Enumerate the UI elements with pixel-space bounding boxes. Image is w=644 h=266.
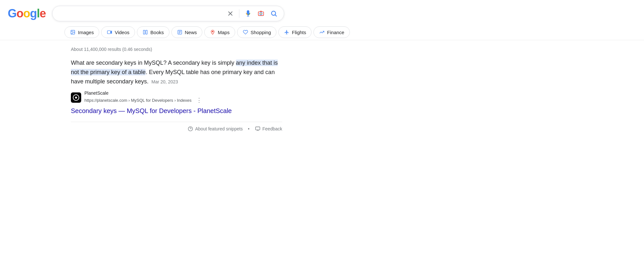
snippet-footer: About featured snippets • Feedback (71, 122, 282, 132)
google-logo: Google (8, 7, 46, 20)
news-icon (177, 29, 183, 35)
svg-line-8 (275, 15, 276, 16)
logo-letter-o2: o (23, 7, 30, 20)
camera-icon (257, 10, 264, 17)
image-icon (70, 29, 76, 35)
tab-finance[interactable]: Finance (313, 26, 350, 38)
microphone-icon (245, 10, 252, 17)
books-icon (142, 29, 148, 35)
nav-tabs: Images Videos Books New (0, 24, 644, 40)
close-icon (227, 10, 234, 17)
source-row: PlanetScale https://planetscale.com › My… (71, 90, 282, 104)
svg-point-10 (72, 31, 72, 32)
more-options-button[interactable]: ⋮ (194, 96, 204, 104)
main-content: About 11,400,000 results (0.46 seconds) … (0, 40, 290, 143)
clear-button[interactable] (226, 9, 235, 18)
search-button[interactable] (270, 9, 278, 18)
featured-snippet: What are secondary keys in MySQL? A seco… (71, 58, 282, 132)
logo-letter-g: G (8, 7, 16, 20)
snippet-text-before: What are secondary keys in MySQL? A seco… (71, 60, 236, 66)
tab-shopping[interactable]: Shopping (237, 26, 276, 38)
svg-rect-13 (146, 30, 147, 34)
feedback-icon (255, 126, 261, 132)
feedback-button[interactable]: Feedback (255, 126, 282, 132)
logo-letter-e: e (40, 7, 46, 20)
logo-letter-l: l (37, 7, 40, 20)
source-url: https://planetscale.com › MySQL for Deve… (84, 96, 204, 104)
svg-rect-21 (255, 127, 260, 130)
logo-letter-g2: g (30, 7, 37, 20)
image-search-button[interactable] (257, 9, 265, 18)
tab-images[interactable]: Images (64, 26, 99, 38)
video-icon (107, 29, 112, 35)
source-info: PlanetScale https://planetscale.com › My… (84, 90, 204, 104)
tab-videos[interactable]: Videos (101, 26, 135, 38)
tab-books[interactable]: Books (137, 26, 169, 38)
search-bar: secondary keys mysql (52, 6, 284, 21)
tab-flights[interactable]: Flights (278, 26, 312, 38)
about-featured-snippets[interactable]: About featured snippets (187, 126, 243, 132)
svg-point-18 (212, 31, 213, 32)
header: Google secondary keys mysql (0, 0, 644, 24)
flights-icon (284, 29, 290, 35)
source-name: PlanetScale (84, 90, 204, 96)
tab-news[interactable]: News (171, 26, 203, 38)
tab-maps[interactable]: Maps (204, 26, 235, 38)
svg-rect-12 (143, 30, 145, 34)
search-divider (239, 9, 239, 18)
snippet-date: Mar 20, 2023 (150, 79, 178, 84)
footer-separator: • (248, 126, 250, 131)
question-circle-icon (187, 126, 193, 132)
snippet-text: What are secondary keys in MySQL? A seco… (71, 58, 282, 86)
svg-point-6 (260, 13, 262, 14)
source-logo (71, 92, 81, 103)
result-title-link[interactable]: Secondary keys — MySQL for Developers - … (71, 107, 232, 114)
finance-icon (319, 29, 325, 35)
search-input[interactable]: secondary keys mysql (58, 10, 222, 17)
svg-rect-11 (108, 31, 111, 33)
source-logo-dot (75, 97, 77, 99)
logo-letter-o1: o (16, 7, 23, 20)
results-stats: About 11,400,000 results (0.46 seconds) (71, 47, 282, 52)
search-icon (270, 10, 277, 17)
search-icons (226, 9, 278, 18)
shopping-icon (243, 29, 248, 35)
voice-search-button[interactable] (244, 9, 252, 18)
maps-icon (210, 29, 216, 35)
source-logo-inner (73, 94, 79, 101)
